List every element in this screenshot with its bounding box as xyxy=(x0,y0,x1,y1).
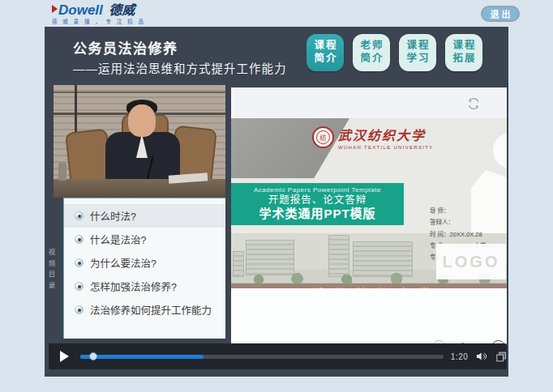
info-date: 时 间：20XX.0X.28 xyxy=(430,229,507,241)
time-label: 1:20 xyxy=(451,352,468,361)
tab-label: 简介 xyxy=(358,53,384,66)
refresh-icon[interactable] xyxy=(466,96,481,111)
speaker-face xyxy=(128,104,156,137)
cup xyxy=(58,163,66,181)
seal-glyph: 纺 xyxy=(316,130,330,144)
banner-line-en: Academic Papers Powerpoint Template xyxy=(254,186,381,194)
radio-bullet-icon xyxy=(75,305,84,314)
video-menu-side-label: 视频目录 xyxy=(46,249,56,292)
tab-label: 学习 xyxy=(405,53,430,66)
chapter-item-3[interactable]: 为什么要法治? xyxy=(64,251,225,275)
chapter-label: 怎样加强法治修养? xyxy=(90,279,177,294)
banner-line-cn1: 开题报告、论文答辩 xyxy=(268,194,367,207)
brand-logo: Dowell 德威 德 威 录 播 ， 专 注 精 品 xyxy=(52,3,145,25)
chapter-label: 为什么要法治? xyxy=(90,255,156,271)
main-panel: 公务员法治修养 ——运用法治思维和方式提升工作能力 课程 简介 老师 简介 课程… xyxy=(45,27,508,377)
slide-title-banner: Academic Papers Powerpoint Template 开题报告… xyxy=(231,183,404,225)
chapter-item-1[interactable]: 什么时法? xyxy=(64,204,225,228)
logo-placeholder: LOGO xyxy=(436,244,506,279)
chapter-list: 什么时法? 什么是法治? 为什么要法治? 怎样加强法治修养? 法治修养如何提升工… xyxy=(63,198,225,339)
radio-bullet-icon xyxy=(75,258,84,267)
tab-teacher-intro[interactable]: 老师 简介 xyxy=(353,34,390,71)
chapter-item-4[interactable]: 怎样加强法治修养? xyxy=(64,275,225,298)
progress-bar[interactable] xyxy=(80,355,444,359)
radio-bullet-icon xyxy=(75,282,84,291)
person-silhouette-icon xyxy=(493,133,507,168)
tab-course-intro[interactable]: 课程 简介 xyxy=(307,34,344,71)
player-progress-fill xyxy=(80,355,204,359)
tab-course-extend[interactable]: 课程 拓展 xyxy=(445,34,482,71)
tab-label: 简介 xyxy=(312,53,337,66)
radio-bullet-icon xyxy=(75,211,84,220)
radio-bullet-icon xyxy=(75,235,84,244)
info-defender: 答辩人： xyxy=(430,217,507,228)
chapter-label: 什么是法治? xyxy=(90,232,146,247)
brand-name-en: Dowell xyxy=(58,2,103,18)
brand-flag-icon xyxy=(52,5,58,13)
slide-toolbar xyxy=(231,87,507,118)
chapter-label: 法治修养如何提升工作能力 xyxy=(90,302,212,317)
speaker-video[interactable] xyxy=(54,85,225,198)
course-subtitle: ——运用法治思维和方式提升工作能力 xyxy=(73,59,287,76)
chapter-item-5[interactable]: 法治修养如何提升工作能力 xyxy=(64,298,225,322)
chapter-item-2[interactable]: 什么是法治? xyxy=(64,228,225,251)
university-name-cn: 武汉纺织大学 xyxy=(338,125,433,144)
app-window: Dowell 德威 德 威 录 播 ， 专 注 精 品 退出 公务员法治修养 —… xyxy=(0,0,553,392)
brand-name-cn: 德威 xyxy=(109,3,135,17)
layers-icon[interactable] xyxy=(495,351,507,363)
brand-tagline: 德 威 录 播 ， 专 注 精 品 xyxy=(52,19,145,25)
desk xyxy=(54,179,225,198)
player-playhead[interactable] xyxy=(89,352,97,360)
banner-line-cn2: 学术类通用PPT模版 xyxy=(259,207,375,222)
university-header: 纺 武汉纺织大学 WUHAN TEXTILE UNIVERSITY xyxy=(312,125,433,150)
tab-label: 课程 xyxy=(405,40,430,53)
info-advisor: 导 师： xyxy=(430,206,507,217)
tab-course-study[interactable]: 课程 学习 xyxy=(399,34,436,71)
chapter-label: 什么时法? xyxy=(90,208,136,224)
window-blind xyxy=(54,92,225,93)
tab-label: 课程 xyxy=(451,40,476,53)
exit-button[interactable]: 退出 xyxy=(481,6,520,22)
tab-label: 拓展 xyxy=(451,53,476,66)
course-title: 公务员法治修养 xyxy=(73,37,178,58)
slide-viewer: 纺 武汉纺织大学 WUHAN TEXTILE UNIVERSITY Academ… xyxy=(231,87,507,365)
tab-label: 课程 xyxy=(312,40,337,53)
player-bar: 1:20 xyxy=(49,343,507,369)
volume-icon[interactable] xyxy=(475,350,487,363)
university-name-en: WUHAN TEXTILE UNIVERSITY xyxy=(338,145,433,150)
play-button[interactable] xyxy=(60,351,69,362)
slide-content: 纺 武汉纺织大学 WUHAN TEXTILE UNIVERSITY Academ… xyxy=(231,118,507,288)
tab-label: 老师 xyxy=(358,40,384,53)
university-seal-icon: 纺 xyxy=(312,126,334,148)
